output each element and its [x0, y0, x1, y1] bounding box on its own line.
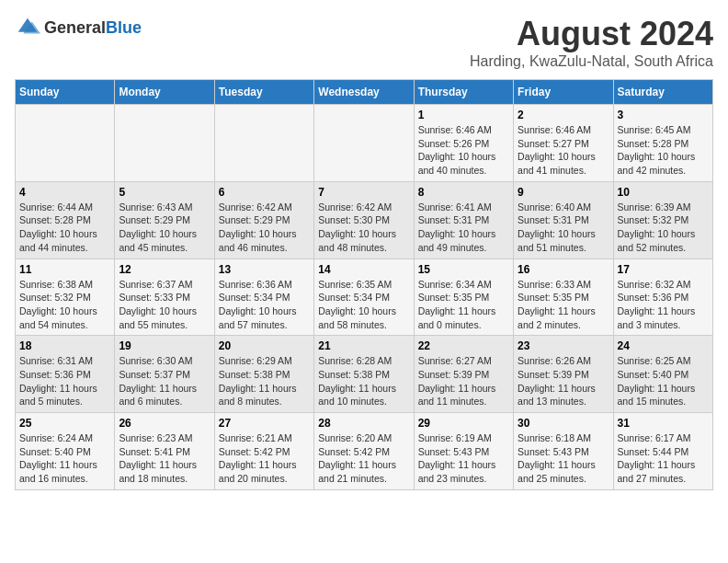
day-number: 19 [119, 339, 210, 352]
calendar-cell: 4Sunrise: 6:44 AM Sunset: 5:28 PM Daylig… [16, 181, 115, 259]
logo-text-general: General [44, 18, 106, 37]
day-number: 15 [418, 263, 509, 276]
calendar-cell: 16Sunrise: 6:33 AM Sunset: 5:35 PM Dayli… [514, 259, 613, 336]
calendar-cell: 10Sunrise: 6:39 AM Sunset: 5:32 PM Dayli… [613, 181, 712, 259]
day-detail: Sunrise: 6:19 AM Sunset: 5:43 PM Dayligh… [418, 431, 509, 486]
calendar-cell: 6Sunrise: 6:42 AM Sunset: 5:29 PM Daylig… [214, 181, 313, 259]
day-number: 9 [518, 186, 609, 199]
calendar-week-4: 18Sunrise: 6:31 AM Sunset: 5:36 PM Dayli… [16, 336, 713, 413]
day-number: 29 [418, 417, 509, 430]
day-detail: Sunrise: 6:38 AM Sunset: 5:32 PM Dayligh… [19, 278, 110, 332]
day-number: 25 [19, 417, 110, 430]
day-number: 17 [618, 263, 709, 276]
day-number: 28 [318, 417, 409, 430]
calendar-cell: 2Sunrise: 6:46 AM Sunset: 5:27 PM Daylig… [514, 105, 613, 182]
day-detail: Sunrise: 6:29 AM Sunset: 5:38 PM Dayligh… [219, 354, 310, 408]
calendar-cell: 22Sunrise: 6:27 AM Sunset: 5:39 PM Dayli… [414, 336, 513, 413]
header: GeneralBlue August 2024 Harding, KwaZulu… [15, 15, 713, 70]
calendar-cell [16, 105, 115, 182]
day-header-tuesday: Tuesday [214, 80, 313, 105]
calendar-cell: 19Sunrise: 6:30 AM Sunset: 5:37 PM Dayli… [115, 336, 214, 413]
day-number: 16 [518, 263, 609, 276]
day-detail: Sunrise: 6:30 AM Sunset: 5:37 PM Dayligh… [119, 354, 210, 408]
day-number: 23 [518, 339, 609, 352]
day-detail: Sunrise: 6:35 AM Sunset: 5:34 PM Dayligh… [318, 278, 409, 332]
calendar-cell: 28Sunrise: 6:20 AM Sunset: 5:42 PM Dayli… [314, 413, 414, 490]
calendar-cell: 5Sunrise: 6:43 AM Sunset: 5:29 PM Daylig… [115, 181, 214, 259]
day-detail: Sunrise: 6:42 AM Sunset: 5:29 PM Dayligh… [219, 201, 310, 255]
day-header-saturday: Saturday [613, 80, 712, 105]
main-title: August 2024 [470, 15, 713, 53]
day-number: 27 [219, 417, 310, 430]
calendar-week-2: 4Sunrise: 6:44 AM Sunset: 5:28 PM Daylig… [16, 181, 713, 259]
day-detail: Sunrise: 6:37 AM Sunset: 5:33 PM Dayligh… [119, 278, 210, 332]
day-detail: Sunrise: 6:46 AM Sunset: 5:26 PM Dayligh… [418, 123, 509, 178]
calendar-cell [115, 105, 214, 182]
day-detail: Sunrise: 6:34 AM Sunset: 5:35 PM Dayligh… [418, 278, 509, 332]
logo: GeneralBlue [15, 15, 142, 40]
day-number: 10 [618, 186, 709, 199]
subtitle: Harding, KwaZulu-Natal, South Africa [470, 53, 713, 70]
day-detail: Sunrise: 6:23 AM Sunset: 5:41 PM Dayligh… [119, 431, 210, 486]
day-number: 6 [219, 186, 310, 199]
day-number: 4 [19, 186, 110, 199]
calendar-cell: 21Sunrise: 6:28 AM Sunset: 5:38 PM Dayli… [314, 336, 414, 413]
calendar-cell: 7Sunrise: 6:42 AM Sunset: 5:30 PM Daylig… [314, 181, 414, 259]
calendar-cell: 24Sunrise: 6:25 AM Sunset: 5:40 PM Dayli… [613, 336, 712, 413]
title-block: August 2024 Harding, KwaZulu-Natal, Sout… [470, 15, 713, 70]
calendar-cell: 26Sunrise: 6:23 AM Sunset: 5:41 PM Dayli… [115, 413, 214, 490]
day-number: 14 [318, 263, 409, 276]
logo-text-blue: Blue [106, 18, 142, 37]
day-number: 8 [418, 186, 509, 199]
day-number: 22 [418, 339, 509, 352]
calendar-cell [314, 105, 414, 182]
day-detail: Sunrise: 6:27 AM Sunset: 5:39 PM Dayligh… [418, 354, 509, 408]
day-number: 21 [318, 339, 409, 352]
calendar-cell: 20Sunrise: 6:29 AM Sunset: 5:38 PM Dayli… [214, 336, 313, 413]
day-detail: Sunrise: 6:17 AM Sunset: 5:44 PM Dayligh… [618, 431, 709, 486]
day-number: 7 [318, 186, 409, 199]
day-number: 18 [19, 339, 110, 352]
calendar-week-3: 11Sunrise: 6:38 AM Sunset: 5:32 PM Dayli… [16, 259, 713, 336]
day-number: 12 [119, 263, 210, 276]
day-detail: Sunrise: 6:26 AM Sunset: 5:39 PM Dayligh… [518, 354, 609, 408]
day-detail: Sunrise: 6:39 AM Sunset: 5:32 PM Dayligh… [618, 201, 709, 255]
day-detail: Sunrise: 6:31 AM Sunset: 5:36 PM Dayligh… [19, 354, 110, 408]
calendar-cell: 8Sunrise: 6:41 AM Sunset: 5:31 PM Daylig… [414, 181, 513, 259]
calendar-cell: 3Sunrise: 6:45 AM Sunset: 5:28 PM Daylig… [613, 105, 712, 182]
day-detail: Sunrise: 6:24 AM Sunset: 5:40 PM Dayligh… [19, 431, 110, 486]
day-detail: Sunrise: 6:42 AM Sunset: 5:30 PM Dayligh… [318, 201, 409, 255]
day-detail: Sunrise: 6:28 AM Sunset: 5:38 PM Dayligh… [318, 354, 409, 408]
day-detail: Sunrise: 6:32 AM Sunset: 5:36 PM Dayligh… [618, 278, 709, 332]
calendar-cell: 18Sunrise: 6:31 AM Sunset: 5:36 PM Dayli… [16, 336, 115, 413]
calendar-cell: 13Sunrise: 6:36 AM Sunset: 5:34 PM Dayli… [214, 259, 313, 336]
day-number: 20 [219, 339, 310, 352]
calendar-cell: 29Sunrise: 6:19 AM Sunset: 5:43 PM Dayli… [414, 413, 513, 490]
day-detail: Sunrise: 6:20 AM Sunset: 5:42 PM Dayligh… [318, 431, 409, 486]
day-number: 24 [618, 339, 709, 352]
calendar-cell [214, 105, 313, 182]
calendar-cell: 23Sunrise: 6:26 AM Sunset: 5:39 PM Dayli… [514, 336, 613, 413]
calendar-cell: 17Sunrise: 6:32 AM Sunset: 5:36 PM Dayli… [613, 259, 712, 336]
day-number: 13 [219, 263, 310, 276]
day-header-thursday: Thursday [414, 80, 513, 105]
day-number: 2 [518, 109, 609, 121]
day-detail: Sunrise: 6:40 AM Sunset: 5:31 PM Dayligh… [518, 201, 609, 255]
day-number: 26 [119, 417, 210, 430]
day-number: 3 [618, 109, 709, 121]
calendar-table: SundayMondayTuesdayWednesdayThursdayFrid… [15, 79, 713, 490]
calendar-week-1: 1Sunrise: 6:46 AM Sunset: 5:26 PM Daylig… [16, 105, 713, 182]
day-number: 1 [418, 109, 509, 121]
day-number: 5 [119, 186, 210, 199]
day-detail: Sunrise: 6:33 AM Sunset: 5:35 PM Dayligh… [518, 278, 609, 332]
calendar-week-5: 25Sunrise: 6:24 AM Sunset: 5:40 PM Dayli… [16, 413, 713, 490]
calendar-cell: 14Sunrise: 6:35 AM Sunset: 5:34 PM Dayli… [314, 259, 414, 336]
header-row: SundayMondayTuesdayWednesdayThursdayFrid… [16, 80, 713, 105]
calendar-cell: 30Sunrise: 6:18 AM Sunset: 5:43 PM Dayli… [514, 413, 613, 490]
logo-icon [15, 15, 40, 40]
calendar-cell: 27Sunrise: 6:21 AM Sunset: 5:42 PM Dayli… [214, 413, 313, 490]
calendar-cell: 12Sunrise: 6:37 AM Sunset: 5:33 PM Dayli… [115, 259, 214, 336]
day-detail: Sunrise: 6:46 AM Sunset: 5:27 PM Dayligh… [518, 123, 609, 178]
calendar-cell: 11Sunrise: 6:38 AM Sunset: 5:32 PM Dayli… [16, 259, 115, 336]
day-detail: Sunrise: 6:18 AM Sunset: 5:43 PM Dayligh… [518, 431, 609, 486]
